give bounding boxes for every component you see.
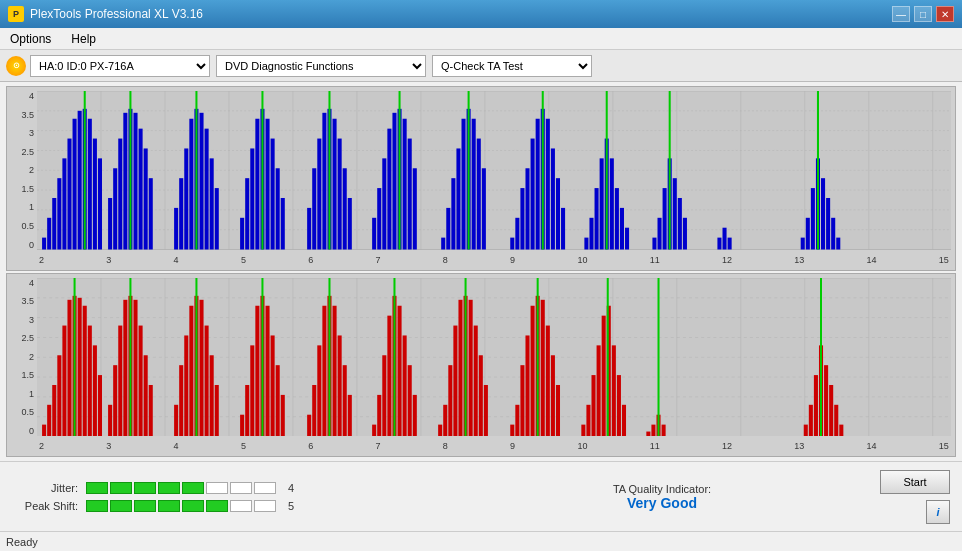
menu-bar: Options Help [0,28,962,50]
svg-rect-48 [184,148,188,249]
svg-rect-118 [652,238,656,250]
svg-rect-25 [52,198,56,250]
svg-rect-199 [266,305,270,436]
start-section: Start i [880,470,954,524]
svg-rect-89 [456,148,460,249]
svg-rect-174 [108,404,112,436]
svg-rect-46 [174,208,178,250]
top-chart-x-axis: 2 3 4 5 6 7 8 9 10 11 12 13 14 15 [37,250,951,270]
svg-rect-88 [451,178,455,249]
svg-rect-185 [179,365,183,436]
svg-rect-136 [836,238,840,250]
bottom-chart-y-axis: 4 3.5 3 2.5 2 1.5 1 0.5 0 [7,278,37,437]
svg-rect-130 [806,218,810,250]
top-chart: 4 3.5 3 2.5 2 1.5 1 0.5 0 [6,86,956,271]
svg-rect-254 [622,404,626,436]
svg-rect-180 [139,325,143,436]
svg-rect-238 [525,335,529,436]
svg-rect-52 [205,129,209,250]
svg-rect-221 [408,365,412,436]
svg-rect-119 [658,218,662,250]
minimize-button[interactable]: — [892,6,910,22]
test-dropdown[interactable]: Q-Check TA Test [432,55,592,77]
svg-rect-262 [809,404,813,436]
svg-rect-220 [403,335,407,436]
svg-rect-37 [113,168,117,249]
svg-rect-161 [42,424,46,436]
svg-rect-78 [382,158,386,249]
svg-rect-209 [333,305,337,436]
svg-rect-41 [133,113,137,250]
info-button[interactable]: i [926,500,950,524]
svg-rect-247 [586,404,590,436]
svg-rect-98 [520,188,524,249]
svg-rect-182 [149,384,153,436]
svg-rect-232 [479,355,483,436]
svg-rect-207 [322,305,326,436]
title-bar: P PlexTools Professional XL V3.16 — □ ✕ [0,0,962,28]
svg-rect-32 [88,119,92,250]
peakshift-seg-5 [182,500,204,512]
peakshift-row: Peak Shift: 5 [8,500,444,512]
svg-rect-197 [255,305,259,436]
svg-rect-166 [67,299,71,436]
function-dropdown[interactable]: DVD Diagnostic Functions [216,55,426,77]
svg-rect-212 [348,394,352,436]
svg-rect-94 [482,168,486,249]
svg-rect-36 [108,198,112,250]
svg-rect-59 [255,119,259,250]
svg-rect-129 [801,238,805,250]
title-bar-left: P PlexTools Professional XL V3.16 [8,6,203,22]
svg-rect-62 [271,139,275,250]
svg-rect-246 [581,424,585,436]
svg-rect-127 [723,228,727,250]
jitter-value: 4 [288,482,294,494]
svg-rect-126 [717,238,721,250]
svg-rect-186 [184,335,188,436]
svg-rect-230 [469,299,473,436]
svg-rect-47 [179,178,183,249]
status-text: Ready [6,536,38,548]
svg-rect-204 [307,414,311,436]
close-button[interactable]: ✕ [936,6,954,22]
svg-rect-72 [338,139,342,250]
svg-rect-214 [372,424,376,436]
peakshift-seg-4 [158,500,180,512]
device-dropdown[interactable]: HA:0 ID:0 PX-716A [30,55,210,77]
device-icon: ⊙ [6,56,26,76]
svg-rect-27 [62,158,66,249]
svg-rect-266 [829,384,833,436]
svg-rect-134 [826,198,830,250]
svg-rect-23 [42,238,46,250]
svg-rect-120 [663,188,667,249]
svg-rect-175 [113,365,117,436]
svg-rect-123 [678,198,682,250]
svg-rect-219 [398,305,402,436]
quality-section: TA Quality Indicator: Very Good [444,483,880,511]
jitter-seg-7 [230,482,252,494]
maximize-button[interactable]: □ [914,6,932,22]
svg-rect-241 [541,299,545,436]
svg-rect-77 [377,188,381,249]
start-button[interactable]: Start [880,470,950,494]
bottom-chart: 4 3.5 3 2.5 2 1.5 1 0.5 0 [6,273,956,458]
menu-options[interactable]: Options [6,30,55,48]
svg-rect-92 [472,119,476,250]
svg-rect-181 [144,355,148,436]
svg-rect-235 [510,424,514,436]
svg-rect-110 [595,188,599,249]
svg-rect-168 [78,297,82,436]
jitter-row: Jitter: 4 [8,482,444,494]
svg-rect-103 [546,119,550,250]
svg-rect-248 [591,375,595,436]
menu-help[interactable]: Help [67,30,100,48]
svg-rect-215 [377,394,381,436]
svg-rect-34 [98,158,102,249]
svg-rect-87 [446,208,450,250]
svg-rect-131 [811,188,815,249]
svg-rect-66 [307,208,311,250]
svg-rect-67 [312,168,316,249]
jitter-seg-5 [182,482,204,494]
jitter-seg-2 [110,482,132,494]
peakshift-label: Peak Shift: [8,500,78,512]
